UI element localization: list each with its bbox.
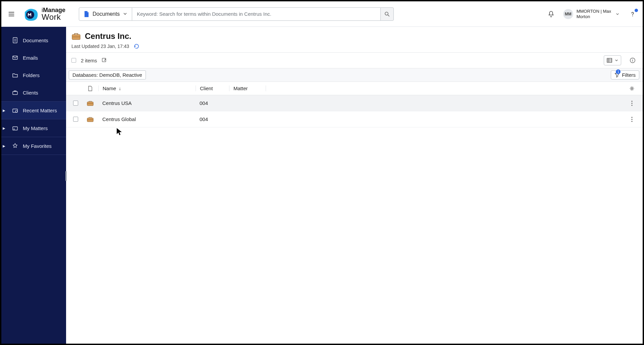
row-type-icon <box>82 101 98 106</box>
row-more-button[interactable] <box>627 101 637 106</box>
top-bar: iManage Work Documents <box>1 1 643 27</box>
row-client: 004 <box>196 100 229 106</box>
filter-bar: Databases: DemoDB, Reactive 1 Filters <box>66 68 643 82</box>
search-button[interactable] <box>380 7 394 21</box>
row-checkbox[interactable] <box>73 101 78 106</box>
sidebar-resize-handle[interactable] <box>65 171 67 181</box>
sidebar-item-recent-matters[interactable]: ▶ Recent Matters <box>1 102 66 119</box>
row-more-button[interactable] <box>627 117 637 122</box>
column-header-client[interactable]: Client <box>196 85 229 91</box>
user-avatar: MM <box>563 9 573 19</box>
row-name: Centrus Global <box>98 116 196 122</box>
column-type-icon[interactable] <box>82 86 98 91</box>
sidebar-item-label: Documents <box>23 38 48 43</box>
chevron-down-icon <box>123 11 127 17</box>
svg-point-27 <box>631 88 633 89</box>
sidebar-item-my-matters[interactable]: ▶ My Matters <box>1 119 66 137</box>
sidebar-item-emails[interactable]: Emails <box>1 49 66 66</box>
search-group: Documents <box>79 7 394 21</box>
column-header-matter[interactable]: Matter <box>229 85 266 91</box>
svg-point-35 <box>631 117 632 118</box>
items-count: 2 items <box>81 58 97 63</box>
info-button[interactable] <box>628 56 637 65</box>
export-icon <box>102 57 107 63</box>
more-vertical-icon <box>631 117 633 122</box>
databases-chip[interactable]: Databases: DemoDB, Reactive <box>69 70 146 79</box>
refresh-button[interactable] <box>133 43 140 50</box>
svg-line-5 <box>388 15 389 16</box>
gear-icon <box>629 86 635 91</box>
svg-point-36 <box>631 119 632 120</box>
svg-point-16 <box>14 129 15 130</box>
table-view-icon <box>607 58 612 63</box>
folder-icon <box>12 72 18 78</box>
expand-caret-icon: ▶ <box>3 126 5 130</box>
svg-rect-20 <box>607 58 612 62</box>
svg-rect-15 <box>13 127 17 130</box>
svg-point-6 <box>632 15 633 16</box>
chevron-down-icon <box>615 59 618 62</box>
matters-icon <box>12 125 18 131</box>
page-title: Centrus Inc. <box>85 32 131 41</box>
table-header: Name ↓ Client Matter <box>66 82 643 95</box>
column-header-name[interactable]: Name ↓ <box>98 85 196 91</box>
svg-point-4 <box>385 12 388 15</box>
user-menu[interactable]: MM MMORTON | Max Morton <box>561 7 621 20</box>
logo-text: iManage Work <box>42 7 65 21</box>
last-updated-text: Last Updated 23 Jan, 17:43 <box>71 44 129 49</box>
page-header: Centrus Inc. Last Updated 23 Jan, 17:43 <box>66 27 643 52</box>
svg-rect-12 <box>13 92 17 95</box>
document-icon <box>88 86 93 91</box>
row-name: Centrus USA <box>98 100 196 106</box>
document-icon <box>12 37 18 43</box>
recent-icon <box>12 107 18 113</box>
notification-dot-icon <box>635 9 638 12</box>
help-button[interactable] <box>627 8 639 20</box>
star-icon <box>12 143 18 149</box>
info-icon <box>630 57 636 63</box>
sidebar: Documents Emails Folders Clients <box>1 27 66 344</box>
sidebar-item-clients[interactable]: Clients <box>1 84 66 101</box>
notifications-button[interactable] <box>545 8 557 20</box>
search-scope-label: Documents <box>93 11 120 17</box>
hamburger-icon <box>8 10 15 18</box>
svg-rect-13 <box>13 109 17 112</box>
sidebar-item-my-favorites[interactable]: ▶ My Favorites <box>1 137 66 155</box>
briefcase-icon <box>12 90 18 96</box>
sort-descending-icon: ↓ <box>119 86 121 91</box>
more-vertical-icon <box>631 101 633 106</box>
column-settings-button[interactable] <box>627 86 637 91</box>
row-checkbox[interactable] <box>73 117 78 122</box>
svg-point-30 <box>631 101 632 102</box>
list-toolbar: 2 items <box>66 52 643 68</box>
sidebar-item-folders[interactable]: Folders <box>1 66 66 84</box>
sidebar-item-label: My Matters <box>23 125 48 131</box>
export-button[interactable] <box>102 57 107 64</box>
view-selector[interactable] <box>604 55 621 65</box>
table-row[interactable]: Centrus USA 004 <box>66 95 643 111</box>
filters-button[interactable]: 1 Filters <box>611 70 639 79</box>
search-icon <box>384 11 390 17</box>
caret-down-icon <box>616 11 619 17</box>
expand-caret-icon: ▶ <box>3 109 5 112</box>
table-row[interactable]: Centrus Global 004 <box>66 111 643 127</box>
main-content: Centrus Inc. Last Updated 23 Jan, 17:43 … <box>66 27 643 344</box>
svg-point-14 <box>15 110 17 112</box>
document-icon <box>84 11 89 17</box>
search-input[interactable] <box>132 7 380 21</box>
select-all-checkbox[interactable] <box>71 58 76 63</box>
bell-icon <box>547 10 555 18</box>
sidebar-item-label: Folders <box>23 72 40 78</box>
hamburger-button[interactable] <box>5 8 17 20</box>
search-scope-dropdown[interactable]: Documents <box>79 7 132 21</box>
sidebar-item-label: My Favorites <box>23 143 52 149</box>
row-type-icon <box>82 117 98 122</box>
row-client: 004 <box>196 116 229 122</box>
logo-icon <box>23 6 39 22</box>
mail-icon <box>12 55 18 61</box>
sidebar-item-documents[interactable]: Documents <box>1 32 66 49</box>
svg-point-32 <box>631 105 632 106</box>
briefcase-icon <box>71 32 81 40</box>
user-name: MMORTON | Max Morton <box>577 9 611 19</box>
app-logo[interactable]: iManage Work <box>23 6 65 22</box>
